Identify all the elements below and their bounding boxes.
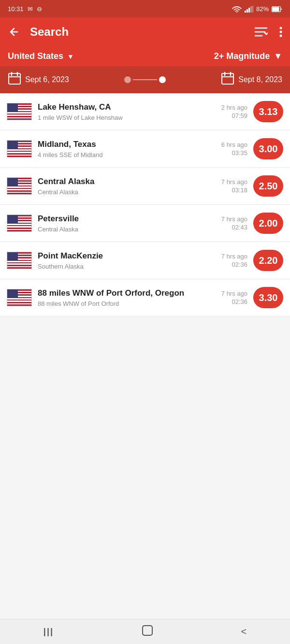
battery-icon (272, 5, 282, 13)
earthquake-name: Petersville (38, 214, 208, 224)
magnitude-badge: 3.00 (253, 138, 283, 159)
back-button[interactable] (6, 24, 22, 40)
status-bar: 10:31 ✉ ⊖ 82% (0, 0, 290, 17)
earthquake-time-ago: 7 hrs ago (214, 215, 247, 223)
filter-button[interactable] (252, 24, 270, 40)
slider-end-dot (159, 76, 166, 83)
slider-start-dot (124, 76, 131, 83)
earthquake-time-clock: 02:36 (214, 298, 247, 305)
svg-point-13 (280, 35, 282, 37)
svg-rect-1 (245, 11, 246, 13)
nav-home-button[interactable] (141, 624, 154, 640)
magnitude-chevron-icon: ▼ (274, 51, 282, 61)
earthquake-location: Central Alaska (38, 226, 208, 233)
country-flag (7, 215, 32, 232)
magnitude-badge: 2.00 (253, 213, 283, 234)
earthquake-info: 88 miles WNW of Port Orford, Oregon 88 m… (38, 288, 208, 307)
earthquake-item[interactable]: Lake Henshaw, CA 1 mile WSW of Lake Hens… (0, 93, 290, 130)
signal-icon (245, 5, 253, 13)
earthquake-name: Point MacKenzie (38, 251, 208, 261)
earthquake-name: 88 miles WNW of Port Orford, Oregon (38, 288, 208, 299)
earthquake-time-ago: 6 hrs ago (214, 141, 247, 148)
earthquake-info: Point MacKenzie Southern Alaska (38, 251, 208, 270)
country-flag (7, 140, 32, 157)
date-range-bar: Sept 6, 2023 Sept 8, 2023 (0, 66, 290, 93)
end-date: Sept 8, 2023 (221, 72, 282, 88)
earthquake-info: Central Alaska Central Alaska (38, 176, 208, 196)
earthquake-time-ago: 7 hrs ago (214, 178, 247, 186)
earthquake-item[interactable]: Point MacKenzie Southern Alaska 7 hrs ag… (0, 242, 290, 279)
earthquake-location: Central Alaska (38, 188, 208, 196)
earthquake-item[interactable]: Midland, Texas 4 miles SSE of Midland 6 … (0, 130, 290, 168)
wifi-icon (232, 5, 242, 13)
svg-point-0 (236, 12, 237, 13)
svg-rect-3 (248, 8, 250, 13)
earthquake-time: 7 hrs ago 02:36 (214, 290, 247, 305)
date-range-slider[interactable] (124, 76, 166, 83)
earthquake-time: 2 hrs ago 07:59 (214, 104, 247, 119)
svg-rect-22 (143, 626, 152, 635)
magnitude-badge: 3.30 (253, 287, 283, 308)
svg-rect-18 (222, 73, 233, 84)
bottom-nav: ||| < (0, 619, 290, 644)
country-chevron-icon: ▼ (67, 53, 74, 60)
country-flag (7, 289, 32, 306)
magnitude-badge: 3.13 (253, 101, 283, 122)
earthquake-info: Midland, Texas 4 miles SSE of Midland (38, 139, 208, 158)
app-bar: Search (0, 17, 290, 46)
magnitude-badge: 2.50 (253, 175, 283, 197)
earthquake-location: Southern Alaska (38, 263, 208, 270)
earthquake-time-clock: 03:18 (214, 186, 247, 194)
svg-rect-2 (246, 9, 248, 13)
earthquake-list: Lake Henshaw, CA 1 mile WSW of Lake Hens… (0, 93, 290, 316)
magnitude-label: 2+ Magnitude (214, 51, 270, 61)
svg-point-11 (280, 27, 282, 29)
status-right: 82% (232, 5, 282, 13)
time-display: 10:31 (8, 5, 24, 13)
earthquake-time-clock: 07:59 (214, 112, 247, 119)
magnitude-filter[interactable]: 2+ Magnitude ▼ (214, 51, 282, 61)
more-options-button[interactable] (277, 24, 284, 40)
svg-rect-5 (252, 6, 253, 13)
calendar-end-icon (221, 72, 234, 88)
earthquake-time-ago: 7 hrs ago (214, 290, 247, 297)
earthquake-location: 88 miles WNW of Port Orford (38, 300, 208, 307)
earthquake-location: 1 mile WSW of Lake Henshaw (38, 114, 208, 121)
status-left: 10:31 ✉ ⊖ (8, 5, 42, 13)
start-date-text: Sept 6, 2023 (25, 75, 69, 84)
magnitude-badge: 2.20 (253, 250, 283, 271)
calendar-start-icon (8, 72, 21, 88)
app-bar-icons (252, 24, 284, 40)
earthquake-time-clock: 03:35 (214, 149, 247, 157)
earthquake-item[interactable]: Petersville Central Alaska 7 hrs ago 02:… (0, 205, 290, 242)
nav-back-button[interactable]: < (241, 626, 246, 637)
svg-rect-4 (250, 6, 252, 13)
battery-display: 82% (256, 5, 269, 13)
end-date-text: Sept 8, 2023 (238, 75, 282, 84)
earthquake-time-clock: 02:43 (214, 224, 247, 231)
slider-line (133, 79, 157, 80)
country-flag (7, 252, 32, 269)
country-label: United States (8, 51, 63, 61)
earthquake-name: Midland, Texas (38, 139, 208, 150)
earthquake-info: Lake Henshaw, CA 1 mile WSW of Lake Hens… (38, 102, 208, 121)
earthquake-location: 4 miles SSE of Midland (38, 151, 208, 158)
nav-menu-button[interactable]: ||| (44, 627, 54, 637)
block-icon: ⊖ (37, 5, 42, 13)
earthquake-item[interactable]: Central Alaska Central Alaska 7 hrs ago … (0, 168, 290, 205)
earthquake-time-clock: 02:36 (214, 261, 247, 268)
start-date: Sept 6, 2023 (8, 72, 69, 88)
app-title: Search (30, 25, 252, 39)
earthquake-time: 7 hrs ago 02:43 (214, 215, 247, 231)
earthquake-time-ago: 7 hrs ago (214, 253, 247, 260)
country-filter[interactable]: United States ▼ (8, 51, 74, 61)
earthquake-time: 7 hrs ago 02:36 (214, 253, 247, 268)
svg-rect-7 (273, 7, 279, 12)
country-flag (7, 103, 32, 120)
earthquake-item[interactable]: 88 miles WNW of Port Orford, Oregon 88 m… (0, 279, 290, 316)
country-flag (7, 177, 32, 195)
svg-rect-14 (9, 73, 20, 84)
earthquake-name: Lake Henshaw, CA (38, 102, 208, 113)
earthquake-info: Petersville Central Alaska (38, 214, 208, 233)
earthquake-time: 6 hrs ago 03:35 (214, 141, 247, 157)
